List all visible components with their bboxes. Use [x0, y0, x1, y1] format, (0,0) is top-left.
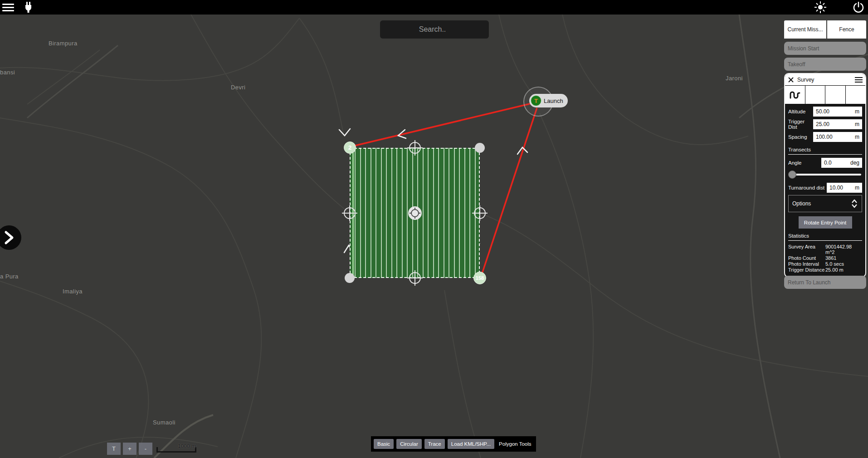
angle-input[interactable]: 0.0 deg: [821, 158, 862, 168]
stat-label: Photo Count: [788, 255, 825, 261]
survey-menu-icon[interactable]: [855, 76, 863, 84]
zoom-in-button[interactable]: +: [123, 443, 137, 455]
turnaround-unit: m: [855, 185, 862, 191]
stat-photo-interval: Photo Interval 5.0 secs: [788, 261, 862, 267]
transects-header: Transects: [788, 144, 862, 155]
stat-survey-area: Survey Area 9001442.98 m^2: [788, 244, 862, 255]
trigger-dist-input[interactable]: 25.00 m: [813, 119, 862, 129]
altitude-label: Altitude: [788, 109, 813, 114]
trigger-dist-value: 25.00: [813, 121, 855, 127]
takeoff-icon: T: [531, 95, 541, 106]
plug-icon[interactable]: [23, 1, 34, 13]
scale-tick-left: [156, 447, 158, 453]
vertex-entry-point[interactable]: 2: [344, 141, 356, 154]
altitude-value: 50.00: [813, 108, 855, 115]
chevron-right-icon: [0, 225, 21, 250]
edge-handle-left[interactable]: [341, 204, 359, 222]
stat-label: Photo Interval: [788, 261, 825, 267]
stat-label: Trigger Distance: [788, 267, 825, 273]
spacing-input[interactable]: 100.00 m: [813, 132, 862, 142]
survey-panel-header: Survey: [785, 74, 865, 85]
basic-button[interactable]: Basic: [374, 439, 394, 449]
stat-value: 5.0 secs: [825, 261, 862, 267]
stat-photo-count: Photo Count 3861: [788, 255, 862, 261]
mission-start-item[interactable]: Mission Start: [784, 42, 866, 55]
trigger-dist-label: Trigger Dist: [788, 119, 813, 130]
angle-value: 0.0: [821, 160, 850, 166]
spacing-unit: m: [855, 134, 862, 140]
trigger-dist-unit: m: [855, 121, 862, 127]
altitude-row: Altitude 50.00 m: [788, 107, 862, 117]
power-icon[interactable]: [853, 1, 864, 13]
stat-value: 9001442.98 m^2: [825, 244, 862, 255]
angle-unit: deg: [850, 160, 862, 166]
pattern-option-4[interactable]: [846, 86, 866, 104]
expand-panel-button[interactable]: [0, 225, 21, 250]
survey-panel: Survey Altitude 50.00 m: [784, 73, 866, 278]
load-kml-shp-button[interactable]: Load KML/SHP...: [448, 439, 494, 449]
edge-handle-bottom[interactable]: [406, 269, 424, 287]
survey-title: Survey: [797, 77, 855, 83]
stat-trigger-distance: Trigger Distance 25.00 m: [788, 267, 862, 273]
spacing-row: Spacing 100.00 m: [788, 132, 862, 142]
circular-button[interactable]: Circular: [396, 439, 422, 449]
edge-handle-top[interactable]: [406, 139, 424, 157]
stat-label: Survey Area: [788, 244, 825, 255]
terrain-button[interactable]: T: [107, 443, 121, 455]
return-to-launch-item[interactable]: Return To Launch: [784, 276, 866, 289]
polygon-toolbar: Basic Circular Trace Load KML/SHP... Pol…: [371, 436, 536, 452]
angle-label: Angle: [788, 160, 821, 166]
polygon-tools-label: Polygon Tools: [497, 441, 533, 447]
scale-label: 1000 m: [178, 443, 196, 449]
stat-value: 3861: [825, 255, 862, 261]
spacing-value: 100.00: [813, 134, 855, 140]
top-bar: [0, 0, 868, 15]
turnaround-row: Turnaround dist 10.00 m: [788, 183, 862, 193]
tab-fence[interactable]: Fence: [827, 20, 866, 39]
launch-label: Launch: [544, 97, 563, 104]
pattern-option-3[interactable]: [825, 86, 846, 104]
search-input[interactable]: [385, 25, 495, 34]
options-label: Options: [792, 200, 851, 207]
close-icon[interactable]: [788, 77, 794, 83]
trigger-dist-row: Trigger Dist 25.00 m: [788, 119, 862, 130]
edge-handle-right[interactable]: [471, 204, 489, 222]
spacing-label: Spacing: [788, 134, 813, 140]
transect-pattern-icon[interactable]: [785, 86, 805, 104]
mission-planner-app: Birampura bansi Devri Jaroni a Pura Imal…: [0, 0, 868, 458]
polygon-center-handle[interactable]: [407, 205, 423, 221]
pattern-option-2[interactable]: [805, 86, 826, 104]
menu-icon[interactable]: [2, 4, 14, 11]
tab-current-mission[interactable]: Current Miss...: [784, 20, 826, 39]
launch-marker[interactable]: T Launch: [529, 94, 568, 107]
statistics-header: Statistics: [788, 230, 862, 241]
map-scale-bar: [156, 451, 196, 453]
turnaround-value: 10.00: [827, 185, 855, 191]
vertex-bottom-left[interactable]: [345, 273, 355, 283]
slider-knob[interactable]: [788, 171, 796, 179]
turnaround-input[interactable]: 10.00 m: [827, 183, 862, 193]
turnaround-label: Turnaround dist: [788, 185, 827, 190]
options-expander[interactable]: Options: [788, 195, 862, 212]
takeoff-item[interactable]: Takeoff: [784, 58, 866, 71]
trace-button[interactable]: Trace: [424, 439, 445, 449]
brightness-icon[interactable]: [814, 1, 827, 14]
stat-value: 25.00 m: [825, 267, 862, 273]
rotate-entry-point-button[interactable]: Rotate Entry Point: [799, 216, 852, 229]
search-bar: [380, 20, 489, 39]
survey-pattern-row: [785, 85, 865, 104]
angle-row: Angle 0.0 deg: [788, 158, 862, 168]
altitude-unit: m: [855, 108, 862, 115]
vertex-top-right[interactable]: [475, 143, 485, 153]
vertex-exit-point[interactable]: 158: [473, 272, 486, 284]
chevron-up-down-icon: [851, 199, 858, 209]
altitude-input[interactable]: 50.00 m: [813, 107, 862, 117]
zoom-out-button[interactable]: -: [139, 443, 152, 455]
slider-track: [789, 174, 861, 175]
angle-slider[interactable]: [788, 170, 862, 179]
